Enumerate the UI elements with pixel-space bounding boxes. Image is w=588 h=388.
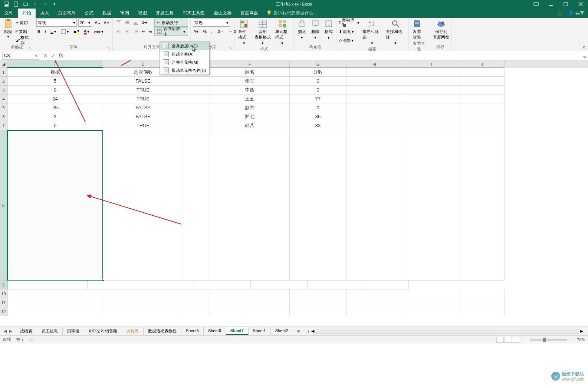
close-icon[interactable]	[573, 0, 588, 8]
cell[interactable]	[308, 281, 364, 289]
cell[interactable]	[346, 68, 403, 77]
clear-button[interactable]: ◇清除▾	[339, 36, 359, 44]
align-right-button[interactable]	[132, 29, 139, 34]
cell[interactable]	[346, 307, 403, 316]
cell[interactable]: 24	[7, 94, 103, 103]
cell[interactable]: TRUE	[103, 86, 183, 94]
print-icon[interactable]	[22, 1, 29, 7]
cell[interactable]	[346, 77, 403, 86]
cell[interactable]: FALSE	[103, 103, 183, 112]
format-table-button[interactable]: 套用 表格格式▾	[253, 19, 272, 46]
maximize-icon[interactable]	[558, 0, 573, 8]
menu-formula[interactable]: 公式	[80, 9, 98, 18]
cell[interactable]	[403, 307, 460, 316]
row-header[interactable]: 7	[0, 121, 7, 130]
cell[interactable]	[346, 86, 403, 94]
menu-home[interactable]: 开始	[18, 9, 36, 18]
cell[interactable]	[346, 289, 403, 298]
cell[interactable]: 83	[290, 121, 346, 130]
cell[interactable]	[403, 130, 460, 281]
cell[interactable]: 李四	[210, 86, 290, 94]
cell[interactable]	[346, 121, 403, 130]
cell[interactable]: 0	[290, 86, 346, 94]
merge-center-button[interactable]: 合并后居中▾	[154, 27, 188, 36]
row-header[interactable]: 4	[0, 94, 7, 103]
menu-jinshan[interactable]: 金山文档	[209, 9, 236, 18]
menu-data[interactable]: 数据	[98, 9, 116, 18]
row-header[interactable]: 11	[0, 298, 7, 307]
fill-handle[interactable]	[102, 279, 104, 282]
sheet-tab[interactable]: Sheet7	[226, 327, 249, 335]
sheet-tab[interactable]: 数据透视表教程	[144, 327, 181, 335]
cell[interactable]	[183, 130, 210, 281]
cell[interactable]: 赵六	[210, 103, 290, 112]
format-cells-button[interactable]: 格式▾	[323, 19, 335, 41]
view-pagebreak-button[interactable]	[513, 337, 520, 343]
confirm-formula-icon[interactable]: ✓	[51, 52, 56, 59]
select-all-cell[interactable]: ◢	[0, 60, 7, 68]
view-pagelayout-button[interactable]	[505, 337, 512, 343]
cell[interactable]	[460, 112, 505, 121]
number-format-combo[interactable]: 常规▾	[193, 19, 230, 27]
redo-icon[interactable]	[42, 1, 48, 7]
cell[interactable]: 郑七	[210, 112, 290, 121]
conditional-format-button[interactable]: 条件格式▾	[237, 19, 252, 46]
tell-me-input[interactable]: 💡告诉我您想要做什么...	[266, 10, 317, 16]
cell[interactable]: 5	[7, 77, 103, 86]
merge-cells-item[interactable]: ⬜合并单元格(M)	[160, 58, 209, 66]
cell[interactable]: FALSE	[103, 112, 183, 121]
cell[interactable]: 韩八	[210, 121, 290, 130]
fx-icon[interactable]: fx	[59, 52, 63, 59]
cell[interactable]	[460, 121, 505, 130]
cell[interactable]: TRUE	[103, 94, 183, 103]
hscroll-left-icon[interactable]: ◀	[310, 329, 316, 334]
fill-color-button[interactable]: ◆▾	[72, 28, 81, 35]
paste-button[interactable]: 粘贴 ▾	[2, 19, 14, 39]
cell[interactable]	[460, 68, 505, 77]
increase-font-button[interactable]: A▴	[93, 20, 101, 25]
cell[interactable]	[346, 94, 403, 103]
cell[interactable]	[103, 289, 183, 298]
cell[interactable]	[403, 103, 460, 112]
cell[interactable]	[290, 289, 346, 298]
zoom-in-icon[interactable]: +	[571, 338, 573, 342]
align-top-button[interactable]	[115, 20, 122, 26]
cell[interactable]	[290, 130, 346, 281]
cell[interactable]	[183, 77, 210, 86]
cell-styles-button[interactable]: 单元格样式▾	[274, 19, 291, 46]
cell[interactable]	[7, 281, 88, 289]
collapse-ribbon-icon[interactable]: ᐱ	[583, 45, 586, 50]
cell[interactable]	[7, 289, 103, 298]
cell[interactable]	[103, 130, 183, 281]
percent-button[interactable]: %	[202, 29, 208, 34]
cell[interactable]	[460, 130, 505, 281]
row-header[interactable]: 6	[0, 112, 7, 121]
cell[interactable]: FALSE	[103, 77, 183, 86]
column-header[interactable]: G	[290, 60, 346, 68]
zoom-level[interactable]: 70%	[577, 338, 585, 342]
cell[interactable]	[346, 112, 403, 121]
cell[interactable]	[290, 298, 346, 307]
cell[interactable]: 3	[7, 112, 103, 121]
cell[interactable]	[183, 307, 210, 316]
cell[interactable]	[103, 307, 183, 316]
comma-button[interactable]: ,	[210, 29, 213, 34]
cell[interactable]	[460, 307, 505, 316]
sheet-tab[interactable]: XXX公司销售额	[84, 327, 122, 335]
increase-indent-button[interactable]: ⇥	[147, 29, 153, 34]
tab-nav-last-icon[interactable]: ▶	[9, 329, 12, 334]
dialog-launcher-icon[interactable]: ⤡	[107, 46, 110, 50]
column-header[interactable]: C	[7, 60, 103, 68]
cell[interactable]	[183, 86, 210, 94]
row-header[interactable]: 2	[0, 77, 7, 86]
menu-file[interactable]: 文件	[0, 9, 18, 18]
share-button[interactable]: 👤共享	[568, 10, 584, 16]
cell[interactable]	[290, 307, 346, 316]
save-icon[interactable]	[3, 1, 10, 7]
new-sheet-button[interactable]: ⊕	[293, 328, 304, 335]
menu-baidu[interactable]: 百度网盘	[236, 9, 263, 18]
decrease-indent-button[interactable]: ⇤	[141, 29, 146, 34]
cell[interactable]: TRUE	[103, 121, 183, 130]
horizontal-scrollbar[interactable]	[316, 329, 578, 334]
cell[interactable]	[88, 281, 114, 289]
